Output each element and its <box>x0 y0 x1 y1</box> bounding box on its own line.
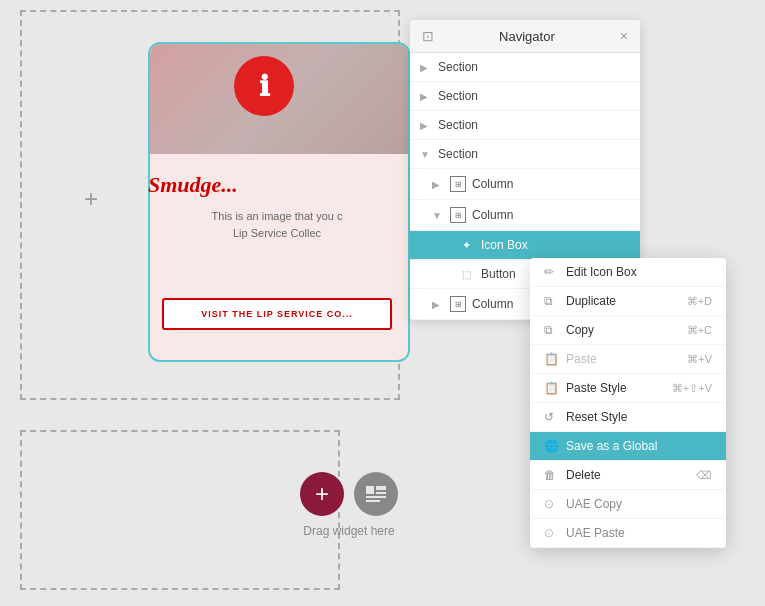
column-icon: ⊞ <box>450 296 466 312</box>
ctx-edit-icon-box[interactable]: ✏ Edit Icon Box <box>530 258 726 287</box>
widget-title: Smudge... <box>148 172 238 198</box>
selection-border-bottom <box>20 430 340 590</box>
global-icon: 🌐 <box>544 439 558 453</box>
ctx-reset-style[interactable]: ↺ Reset Style <box>530 403 726 432</box>
drag-buttons: + <box>300 472 398 516</box>
svg-rect-3 <box>366 496 386 498</box>
navigator-title: Navigator <box>434 29 620 44</box>
ctx-copy[interactable]: ⧉ Copy ⌘+C <box>530 316 726 345</box>
nav-section-4[interactable]: ▼ Section <box>410 140 640 169</box>
delete-shortcut: ⌫ <box>696 469 712 482</box>
duplicate-label: Duplicate <box>566 294 616 308</box>
paste-style-label: Paste Style <box>566 381 627 395</box>
paste-label: Paste <box>566 352 597 366</box>
iconbox-icon: ✦ <box>462 239 471 252</box>
trash-icon: 🗑 <box>544 468 558 482</box>
close-button[interactable]: × <box>620 28 628 44</box>
column-label: Column <box>472 208 513 222</box>
nav-column-2[interactable]: ▼ ⊞ Column <box>410 200 640 231</box>
duplicate-shortcut: ⌘+D <box>687 295 712 308</box>
ctx-save-global[interactable]: 🌐 Save as a Global <box>530 432 726 461</box>
uae-paste-label: UAE Paste <box>566 526 625 540</box>
widget-body-text: This is an image that you cLip Service C… <box>148 208 406 241</box>
expand-arrow: ▶ <box>432 299 444 310</box>
duplicate-icon: ⧉ <box>544 294 558 308</box>
widget-icon-button[interactable] <box>354 472 398 516</box>
copy-shortcut: ⌘+C <box>687 324 712 337</box>
section-label: Section <box>438 147 478 161</box>
nav-icon-box[interactable]: ✦ Icon Box <box>410 231 640 260</box>
edit-label: Edit Icon Box <box>566 265 637 279</box>
add-widget-icon[interactable]: + <box>78 186 104 212</box>
expand-arrow: ▶ <box>420 62 432 73</box>
reset-style-icon: ↺ <box>544 410 558 424</box>
column-icon: ⊞ <box>450 176 466 192</box>
svg-rect-4 <box>366 500 380 502</box>
section-label: Section <box>438 60 478 74</box>
expand-arrow: ▶ <box>420 120 432 131</box>
paste-style-icon: 📋 <box>544 381 558 395</box>
reset-style-label: Reset Style <box>566 410 627 424</box>
column-icon: ⊞ <box>450 207 466 223</box>
paste-shortcut: ⌘+V <box>687 353 712 366</box>
paste-icon: 📋 <box>544 352 558 366</box>
svg-rect-0 <box>366 486 374 494</box>
nav-section-1[interactable]: ▶ Section <box>410 53 640 82</box>
nav-section-3[interactable]: ▶ Section <box>410 111 640 140</box>
context-menu: ✏ Edit Icon Box ⧉ Duplicate ⌘+D ⧉ Copy ⌘… <box>530 258 726 548</box>
copy-icon: ⧉ <box>544 323 558 337</box>
svg-rect-1 <box>376 486 386 490</box>
uae-paste-icon: ⊙ <box>544 526 558 540</box>
svg-rect-2 <box>376 492 386 494</box>
expand-arrow: ▼ <box>420 149 432 160</box>
ctx-paste: 📋 Paste ⌘+V <box>530 345 726 374</box>
ctx-delete[interactable]: 🗑 Delete ⌫ <box>530 461 726 490</box>
widget-visit-button[interactable]: VISIT THE LIP SERVICE CO... <box>162 298 392 330</box>
button-label: Button <box>481 267 516 281</box>
ctx-paste-style[interactable]: 📋 Paste Style ⌘+⇧+V <box>530 374 726 403</box>
drag-widget-area: + Drag widget here <box>300 472 398 538</box>
nav-section-2[interactable]: ▶ Section <box>410 82 640 111</box>
expand-arrow: ▶ <box>432 179 444 190</box>
expand-arrow: ▼ <box>432 210 444 221</box>
uae-copy-icon: ⊙ <box>544 497 558 511</box>
add-button[interactable]: + <box>300 472 344 516</box>
section-label: Section <box>438 89 478 103</box>
iconbox-label: Icon Box <box>481 238 528 252</box>
nav-column-1[interactable]: ▶ ⊞ Column <box>410 169 640 200</box>
ctx-duplicate[interactable]: ⧉ Duplicate ⌘+D <box>530 287 726 316</box>
column-label: Column <box>472 177 513 191</box>
uae-copy-label: UAE Copy <box>566 497 622 511</box>
column-label: Column <box>472 297 513 311</box>
button-icon: ⬚ <box>462 269 471 280</box>
expand-arrow: ▶ <box>420 91 432 102</box>
info-icon: ℹ <box>234 56 294 116</box>
copy-label: Copy <box>566 323 594 337</box>
paste-style-shortcut: ⌘+⇧+V <box>672 382 712 395</box>
edit-icon: ✏ <box>544 265 558 279</box>
delete-label: Delete <box>566 468 601 482</box>
save-global-label: Save as a Global <box>566 439 657 453</box>
ctx-uae-copy[interactable]: ⊙ UAE Copy <box>530 490 726 519</box>
navigator-header: ⊡ Navigator × <box>410 20 640 53</box>
collapse-icon[interactable]: ⊡ <box>422 28 434 44</box>
ctx-uae-paste[interactable]: ⊙ UAE Paste <box>530 519 726 548</box>
section-label: Section <box>438 118 478 132</box>
drag-label: Drag widget here <box>303 524 394 538</box>
